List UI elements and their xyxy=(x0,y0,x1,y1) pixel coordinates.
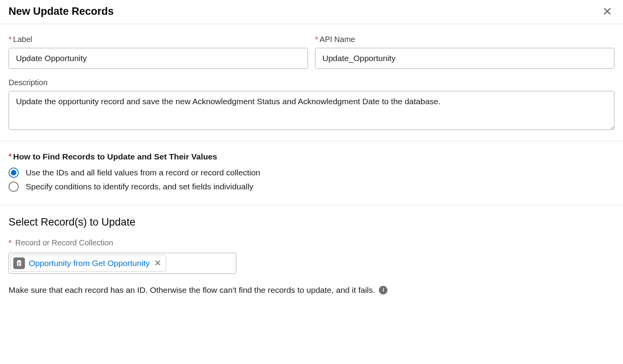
radio-dot xyxy=(11,170,16,175)
section-select-records: Select Record(s) to Update * Record or R… xyxy=(0,205,623,304)
apiname-input[interactable] xyxy=(315,48,614,69)
record-collection-input[interactable]: Opportunity from Get Opportunity ✕ xyxy=(9,253,236,274)
close-icon: ✕ xyxy=(602,5,612,18)
svg-rect-2 xyxy=(18,262,20,263)
radio-option-specify-conditions[interactable]: Specify conditions to identify records, … xyxy=(9,182,614,192)
section-basic-info: *Label *API Name Description Update the … xyxy=(0,24,623,141)
required-indicator: * xyxy=(9,35,12,44)
radio-label-option1: Use the IDs and all field values from a … xyxy=(26,168,260,177)
clipboard-icon xyxy=(16,260,23,267)
label-label: Label xyxy=(13,35,32,44)
description-input[interactable]: Update the opportunity record and save t… xyxy=(9,91,614,130)
record-pill: Opportunity from Get Opportunity ✕ xyxy=(11,255,166,272)
radio-label-option2: Specify conditions to identify records, … xyxy=(26,182,253,191)
select-records-heading: Select Record(s) to Update xyxy=(9,216,614,228)
label-label-text: *Label xyxy=(9,35,308,44)
remove-pill-button[interactable]: ✕ xyxy=(153,259,162,268)
find-records-question-text: How to Find Records to Update and Set Th… xyxy=(13,152,217,161)
modal-header: New Update Records ✕ xyxy=(0,0,623,24)
record-collection-label: * Record or Record Collection xyxy=(9,238,614,247)
help-text: Make sure that each record has an ID. Ot… xyxy=(9,285,375,295)
row-label-apiname: *Label *API Name xyxy=(9,35,614,69)
info-icon[interactable]: i xyxy=(379,286,387,294)
field-apiname-container: *API Name xyxy=(315,35,614,69)
required-indicator: * xyxy=(9,152,12,161)
svg-rect-3 xyxy=(18,264,20,264)
close-button[interactable]: ✕ xyxy=(600,6,614,18)
modal-new-update-records: New Update Records ✕ *Label *API Name De… xyxy=(0,0,623,304)
find-records-question: *How to Find Records to Update and Set T… xyxy=(9,152,614,161)
radio-icon-unselected xyxy=(9,182,19,192)
apiname-label-text: *API Name xyxy=(315,35,614,44)
help-text-row: Make sure that each record has an ID. Ot… xyxy=(9,285,614,295)
svg-rect-1 xyxy=(18,260,20,261)
apiname-label: API Name xyxy=(320,35,355,44)
svg-rect-4 xyxy=(18,265,19,266)
description-label: Description xyxy=(9,78,614,87)
record-icon xyxy=(13,257,25,269)
radio-option-use-ids[interactable]: Use the IDs and all field values from a … xyxy=(9,168,614,178)
record-pill-text: Opportunity from Get Opportunity xyxy=(29,259,150,268)
close-icon: ✕ xyxy=(154,258,161,268)
field-description-container: Description Update the opportunity recor… xyxy=(9,78,614,131)
radio-icon-selected xyxy=(9,168,19,178)
record-collection-label-text: Record or Record Collection xyxy=(15,238,113,247)
required-indicator: * xyxy=(9,238,12,247)
field-label-container: *Label xyxy=(9,35,308,69)
required-indicator: * xyxy=(315,35,318,44)
modal-title: New Update Records xyxy=(9,5,114,18)
label-input[interactable] xyxy=(9,48,308,69)
section-find-records: *How to Find Records to Update and Set T… xyxy=(0,141,623,205)
